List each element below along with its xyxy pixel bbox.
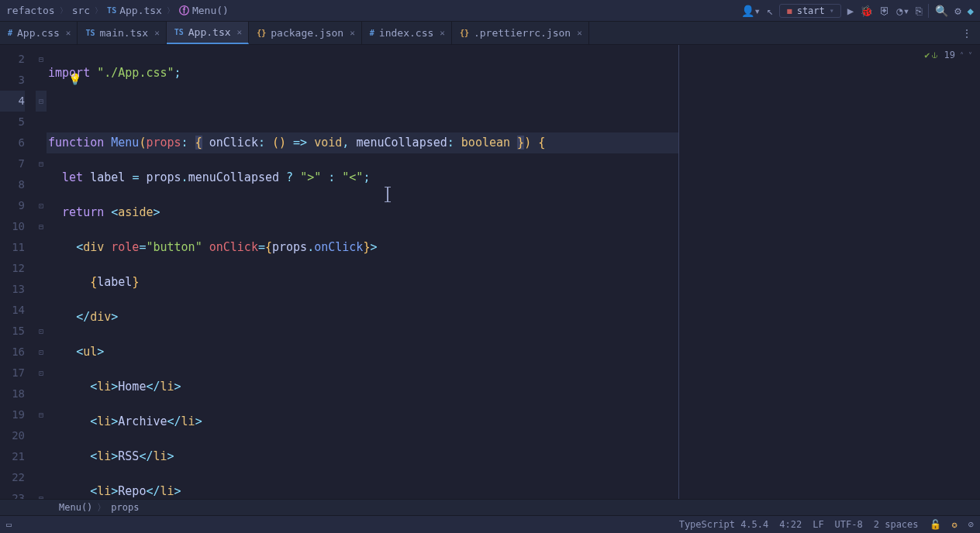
- tab-label: .prettierrc.json: [474, 27, 571, 39]
- editor-right-panel: ✔⫝ 19 ˄ ˅: [679, 45, 980, 499]
- tab-maintsx[interactable]: TSmain.tsx✕: [78, 22, 166, 44]
- chevron-right-icon: 〉: [97, 501, 106, 514]
- run-config-selector[interactable]: ◼ start ▾: [779, 4, 840, 18]
- crumb-item[interactable]: props: [111, 502, 139, 513]
- separator: [928, 4, 929, 18]
- attach-icon[interactable]: ⎘: [916, 5, 922, 17]
- structure-breadcrumbs[interactable]: Menu() 〉 props: [0, 499, 980, 516]
- run-icon[interactable]: ▶: [847, 5, 854, 17]
- file-icon: {}: [257, 29, 266, 37]
- status-caret-position[interactable]: 4:22: [779, 519, 802, 530]
- inspections-widget[interactable]: ✔⫝ 19 ˄ ˅: [924, 50, 972, 60]
- coverage-icon[interactable]: ⛨: [879, 5, 890, 17]
- tab-label: index.css: [379, 27, 433, 39]
- file-icon: #: [8, 29, 12, 37]
- profile-icon[interactable]: ◔▾: [896, 5, 909, 17]
- readonly-lock-icon[interactable]: 🔓: [930, 519, 941, 530]
- status-encoding[interactable]: UTF-8: [835, 519, 863, 530]
- run-config-label: start: [797, 5, 825, 16]
- tab-label: package.json: [271, 27, 343, 39]
- breadcrumb-item[interactable]: src: [72, 5, 90, 16]
- close-icon[interactable]: ✕: [153, 28, 160, 38]
- tab-label: App.tsx: [188, 26, 231, 38]
- close-icon[interactable]: ✕: [64, 28, 71, 38]
- tab-apptsx[interactable]: TSApp.tsx✕: [167, 22, 249, 44]
- status-line-ending[interactable]: LF: [813, 519, 823, 530]
- user-icon[interactable]: 👤▾: [741, 5, 761, 17]
- breadcrumb-item[interactable]: refactos: [6, 5, 55, 16]
- code-content[interactable]: import "./App.css"; function Menu(props:…: [47, 45, 678, 499]
- chevron-down-icon: ▾: [830, 6, 834, 15]
- inspections-count: 19: [944, 50, 955, 60]
- navigation-bar: refactos 〉 src 〉 TSApp.tsx 〉 ⓕMenu() 👤▾ …: [0, 0, 980, 22]
- settings-icon[interactable]: ⚙: [954, 5, 961, 17]
- tool-window-icon[interactable]: ▭: [6, 519, 12, 530]
- status-bar: ▭ TypeScript 4.5.4 4:22 LF UTF-8 2 space…: [0, 516, 980, 533]
- status-indent[interactable]: 2 spaces: [874, 519, 919, 530]
- close-icon[interactable]: ✕: [438, 28, 445, 38]
- file-icon: #: [370, 29, 374, 37]
- tab-label: main.tsx: [100, 27, 149, 39]
- status-language[interactable]: TypeScript 4.5.4: [679, 519, 769, 530]
- breadcrumb-label: App.tsx: [119, 5, 162, 16]
- memory-indicator[interactable]: ⊘: [968, 519, 974, 530]
- code-editor[interactable]: 💡 2 3 4 5 6 7 8 9 10 11 12 13 14 15 16 1…: [0, 45, 980, 499]
- file-icon: TS: [85, 29, 95, 37]
- chevron-right-icon: 〉: [93, 5, 104, 16]
- breadcrumb-label: refactos: [6, 5, 55, 16]
- breadcrumb-item[interactable]: ⓕMenu(): [179, 4, 229, 18]
- tab-indexcss[interactable]: #index.css✕: [362, 22, 452, 44]
- editor-tabs: #App.css✕ TSmain.tsx✕ TSApp.tsx✕ {}packa…: [0, 22, 980, 45]
- search-icon[interactable]: 🔍: [935, 5, 948, 17]
- function-icon: ⓕ: [179, 4, 189, 18]
- notifications-icon[interactable]: ✪: [952, 519, 958, 530]
- file-icon: TS: [174, 28, 184, 36]
- close-icon[interactable]: ✕: [348, 28, 355, 38]
- fold-gutter[interactable]: ⊟⊟⊟⊡⊟⊡⊡⊡⊟⊟: [36, 45, 47, 499]
- breadcrumbs: refactos 〉 src 〉 TSApp.tsx 〉 ⓕMenu(): [6, 4, 229, 18]
- chevron-right-icon: 〉: [58, 5, 69, 16]
- build-icon[interactable]: ↖: [767, 5, 773, 17]
- chevron-up-icon[interactable]: ˄: [960, 51, 964, 60]
- file-icon: TS: [107, 6, 116, 15]
- chevron-right-icon: 〉: [165, 5, 176, 16]
- text-cursor-icon: [385, 187, 391, 202]
- tab-label: App.css: [17, 27, 60, 39]
- tab-packagejson[interactable]: {}package.json✕: [249, 22, 362, 44]
- file-icon: {}: [460, 29, 469, 37]
- close-icon[interactable]: ✕: [575, 28, 582, 38]
- tab-appcss[interactable]: #App.css✕: [0, 22, 78, 44]
- line-number-gutter[interactable]: 2 3 4 5 6 7 8 9 10 11 12 13 14 15 16 17 …: [0, 45, 36, 499]
- tabs-overflow[interactable]: ⋮: [954, 22, 980, 44]
- breadcrumb-label: src: [72, 5, 90, 16]
- plugin-icon[interactable]: ◆: [968, 5, 974, 17]
- check-icon: ✔⫝: [924, 50, 939, 60]
- crumb-item[interactable]: Menu(): [59, 502, 92, 513]
- breadcrumb-item[interactable]: TSApp.tsx: [107, 5, 162, 16]
- debug-icon[interactable]: 🐞: [860, 5, 873, 17]
- breadcrumb-label: Menu(): [192, 5, 229, 16]
- close-icon[interactable]: ✕: [236, 27, 243, 37]
- chevron-down-icon[interactable]: ˅: [968, 51, 972, 60]
- stop-icon: ◼: [786, 5, 792, 16]
- tab-prettierrc[interactable]: {}.prettierrc.json✕: [452, 22, 589, 44]
